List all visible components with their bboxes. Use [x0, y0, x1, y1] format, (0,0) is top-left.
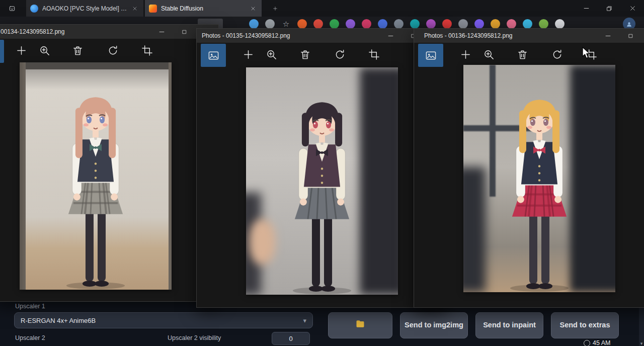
- desktop: Upscaler 1 R-ESRGAN 4x+ Anime6B ▾ Upscal…: [0, 0, 644, 346]
- photo-canvas-area: [0, 39, 218, 301]
- close-button[interactable]: [642, 29, 644, 43]
- extension-icon-blue[interactable]: [249, 19, 259, 29]
- browser-tab-stable-diffusion[interactable]: Stable Diffusion: [145, 0, 262, 17]
- extension-icon-indigo[interactable]: [474, 19, 484, 29]
- upscaler1-value: R-ESRGAN 4x+ Anime6B: [21, 317, 96, 324]
- open-folder-button[interactable]: [328, 312, 392, 338]
- extension-icons: ☆: [249, 19, 565, 29]
- trash-icon: [299, 49, 311, 60]
- photos-titlebar[interactable]: Photos - 00135-1243095812.png: [197, 29, 447, 43]
- extension-icon-white[interactable]: [555, 19, 565, 29]
- photo-image-00135[interactable]: [246, 67, 398, 295]
- upscaler1-label: Upscaler 1: [15, 303, 45, 310]
- extension-icon-slate[interactable]: [394, 19, 404, 29]
- send-to-extras-button[interactable]: Send to extras: [551, 312, 619, 338]
- zoom-icon: [266, 49, 277, 60]
- extension-icon-green[interactable]: [330, 19, 339, 29]
- send-to-img2img-button[interactable]: Send to img2img: [400, 312, 468, 338]
- extension-icon-blue2[interactable]: [378, 19, 387, 29]
- image-icon: [208, 50, 219, 61]
- extension-icon-teal[interactable]: [410, 19, 420, 29]
- extension-icon-red2[interactable]: [442, 19, 452, 29]
- browser-tab-aoaoko[interactable]: AOAOKO [PVC Style Model] - PV: [26, 0, 143, 17]
- photo-image-00136[interactable]: [463, 65, 615, 292]
- restore-icon: [606, 5, 613, 12]
- rotate-icon: [334, 49, 346, 60]
- civitai-favicon: [30, 5, 38, 13]
- extension-icon-lime[interactable]: [539, 19, 548, 29]
- image-view-button[interactable]: [201, 44, 226, 67]
- close-icon: [132, 6, 138, 12]
- zoom-button[interactable]: [479, 45, 498, 63]
- extension-icon-cyan[interactable]: [523, 19, 532, 29]
- crop-button[interactable]: [138, 41, 156, 59]
- minimize-button[interactable]: [597, 29, 619, 43]
- scroll-down-icon[interactable]: ▾: [639, 341, 644, 346]
- delete-button[interactable]: [68, 41, 87, 59]
- time-text: 45 AM: [593, 339, 610, 346]
- tab-close-button[interactable]: [249, 4, 258, 13]
- zoom-button[interactable]: [35, 41, 53, 59]
- anime-character: [20, 62, 172, 290]
- close-icon: [629, 5, 636, 12]
- crop-icon: [368, 49, 380, 60]
- delete-button[interactable]: [296, 45, 314, 63]
- extension-icon-orange[interactable]: [297, 19, 307, 29]
- plus-icon: [243, 49, 254, 60]
- add-button[interactable]: [456, 45, 474, 63]
- maximize-icon: [627, 33, 634, 39]
- image-view-button[interactable]: [418, 44, 443, 67]
- crop-button[interactable]: [582, 45, 600, 63]
- crop-button[interactable]: [365, 45, 383, 63]
- extension-icon-rose[interactable]: [507, 19, 516, 29]
- photos-titlebar[interactable]: Photos - 00136-1243095812.png: [414, 29, 644, 43]
- close-icon: [250, 6, 256, 12]
- tab-switcher-button[interactable]: [5, 3, 19, 15]
- image-icon: [425, 50, 437, 61]
- rotate-icon: [551, 49, 563, 60]
- extension-icon-violet[interactable]: [426, 19, 436, 29]
- plus-icon: [460, 49, 471, 60]
- rotate-button[interactable]: [331, 45, 349, 63]
- tab-close-button[interactable]: [130, 4, 139, 13]
- zoom-button[interactable]: [262, 45, 280, 63]
- extension-icon-gray[interactable]: [265, 19, 275, 29]
- rotate-button[interactable]: [548, 45, 566, 63]
- crop-icon: [141, 45, 153, 56]
- maximize-button[interactable]: [173, 25, 196, 39]
- bookmark-star-icon[interactable]: ☆: [281, 19, 291, 29]
- time-fragment: 45 AM: [584, 339, 610, 346]
- maximize-button[interactable]: [619, 29, 642, 43]
- minimize-button[interactable]: [379, 29, 402, 43]
- rotate-button[interactable]: [104, 41, 122, 59]
- extension-icon-amber[interactable]: [491, 19, 500, 29]
- image-view-button[interactable]: [0, 40, 4, 63]
- send-to-inpaint-button[interactable]: Send to inpaint: [475, 312, 543, 338]
- photo-image-00134[interactable]: [20, 62, 172, 290]
- add-button[interactable]: [12, 41, 30, 59]
- add-button[interactable]: [239, 45, 257, 63]
- person-icon: [626, 20, 632, 29]
- extension-icon-red[interactable]: [313, 19, 323, 29]
- delete-button[interactable]: [513, 45, 531, 63]
- window-close-button[interactable]: [621, 0, 644, 17]
- extension-icon-crimson[interactable]: [362, 19, 371, 29]
- chevron-down-icon: ▾: [303, 317, 306, 324]
- page-scrollbar[interactable]: ▾: [639, 308, 644, 346]
- anime-character: [464, 65, 615, 292]
- upscaler2-visibility-input[interactable]: [272, 332, 310, 345]
- window-restore-button[interactable]: [598, 0, 621, 17]
- photos-titlebar[interactable]: 00134-1243095812.png: [0, 25, 218, 39]
- photos-window-00134: 00134-1243095812.png: [0, 24, 219, 302]
- new-tab-button[interactable]: [270, 3, 281, 14]
- browser-tabbar: AOAOKO [PVC Style Model] - PV Stable Dif…: [0, 0, 644, 17]
- extension-icon-purple[interactable]: [346, 19, 355, 29]
- photos-window-title: 00134-1243095812.png: [0, 28, 64, 35]
- gradio-favicon: [149, 5, 157, 13]
- minimize-button[interactable]: [150, 25, 173, 39]
- photos-window-00135: Photos - 00135-1243095812.png: [196, 28, 448, 308]
- window-minimize-button[interactable]: [575, 0, 598, 17]
- photo-canvas-area: [414, 43, 644, 307]
- extension-icon-gray2[interactable]: [458, 19, 468, 29]
- upscaler1-dropdown[interactable]: R-ESRGAN 4x+ Anime6B ▾: [14, 312, 313, 328]
